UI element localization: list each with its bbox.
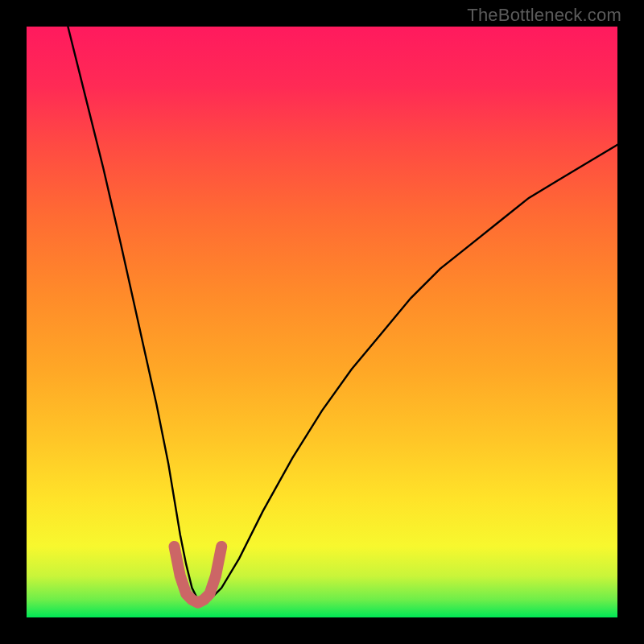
- bottleneck-curve: [68, 27, 617, 603]
- valley-marker: [175, 547, 222, 603]
- chart-area: [27, 27, 617, 617]
- watermark-text: TheBottleneck.com: [467, 5, 621, 26]
- chart-svg: [27, 27, 617, 617]
- outer-frame: TheBottleneck.com: [0, 0, 644, 644]
